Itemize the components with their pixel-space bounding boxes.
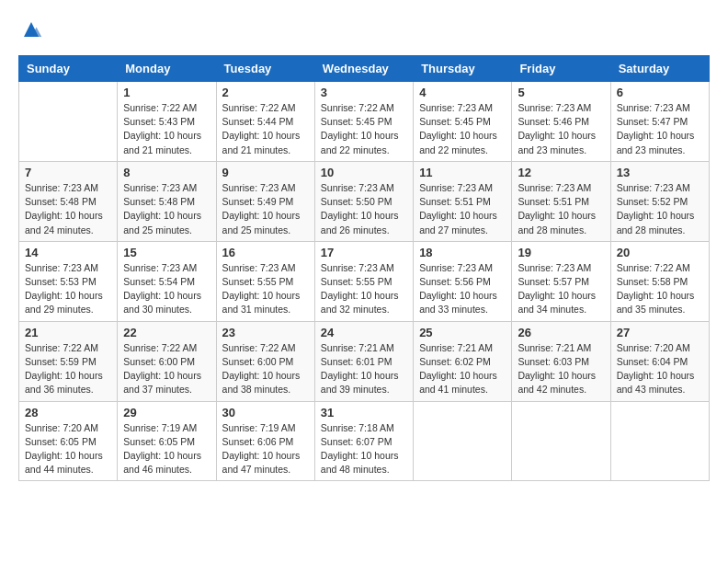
calendar-week-row: 28Sunrise: 7:20 AMSunset: 6:05 PMDayligh…: [19, 401, 710, 481]
calendar-cell: 15Sunrise: 7:23 AMSunset: 5:54 PMDayligh…: [118, 241, 216, 321]
day-info: Sunrise: 7:23 AMSunset: 5:56 PMDaylight:…: [419, 261, 506, 317]
calendar-cell: 11Sunrise: 7:23 AMSunset: 5:51 PMDayligh…: [414, 161, 512, 241]
day-info: Sunrise: 7:23 AMSunset: 5:48 PMDaylight:…: [25, 181, 111, 237]
calendar-cell: 20Sunrise: 7:22 AMSunset: 5:58 PMDayligh…: [610, 241, 709, 321]
calendar-cell: 4Sunrise: 7:23 AMSunset: 5:45 PMDaylight…: [414, 82, 512, 162]
day-info: Sunrise: 7:23 AMSunset: 5:51 PMDaylight:…: [419, 181, 506, 237]
calendar-header-tuesday: Tuesday: [216, 56, 314, 82]
day-number: 10: [321, 166, 407, 179]
calendar-cell: 2Sunrise: 7:22 AMSunset: 5:44 PMDaylight…: [216, 82, 314, 162]
calendar-cell: 23Sunrise: 7:22 AMSunset: 6:00 PMDayligh…: [216, 321, 314, 401]
calendar-cell: 31Sunrise: 7:18 AMSunset: 6:07 PMDayligh…: [314, 401, 413, 481]
calendar-cell: 12Sunrise: 7:23 AMSunset: 5:51 PMDayligh…: [512, 161, 610, 241]
day-number: 20: [617, 246, 703, 259]
calendar-cell: 6Sunrise: 7:23 AMSunset: 5:47 PMDaylight…: [610, 82, 709, 162]
day-info: Sunrise: 7:20 AMSunset: 6:04 PMDaylight:…: [617, 341, 703, 397]
calendar-header-monday: Monday: [118, 56, 216, 82]
day-number: 19: [518, 246, 604, 259]
calendar-week-row: 14Sunrise: 7:23 AMSunset: 5:53 PMDayligh…: [19, 241, 710, 321]
day-info: Sunrise: 7:23 AMSunset: 5:57 PMDaylight:…: [518, 261, 604, 317]
day-number: 8: [123, 166, 210, 179]
page-header: [18, 18, 710, 40]
day-info: Sunrise: 7:19 AMSunset: 6:06 PMDaylight:…: [222, 421, 309, 477]
day-info: Sunrise: 7:19 AMSunset: 6:05 PMDaylight:…: [123, 421, 210, 477]
day-number: 22: [123, 326, 210, 339]
calendar-header-friday: Friday: [512, 56, 610, 82]
day-number: 15: [123, 246, 210, 259]
day-number: 13: [617, 166, 703, 179]
day-info: Sunrise: 7:22 AMSunset: 5:43 PMDaylight:…: [123, 101, 210, 157]
day-info: Sunrise: 7:22 AMSunset: 6:00 PMDaylight:…: [222, 341, 309, 397]
day-number: 12: [518, 166, 604, 179]
calendar-week-row: 1Sunrise: 7:22 AMSunset: 5:43 PMDaylight…: [19, 82, 710, 162]
day-info: Sunrise: 7:21 AMSunset: 6:03 PMDaylight:…: [518, 341, 604, 397]
day-info: Sunrise: 7:23 AMSunset: 5:49 PMDaylight:…: [222, 181, 309, 237]
calendar-cell: 16Sunrise: 7:23 AMSunset: 5:55 PMDayligh…: [216, 241, 314, 321]
calendar-cell: [512, 401, 610, 481]
calendar-header-wednesday: Wednesday: [314, 56, 413, 82]
day-info: Sunrise: 7:23 AMSunset: 5:52 PMDaylight:…: [617, 181, 703, 237]
day-number: 11: [419, 166, 506, 179]
day-number: 1: [123, 86, 210, 99]
day-number: 7: [25, 166, 111, 179]
calendar-cell: 8Sunrise: 7:23 AMSunset: 5:48 PMDaylight…: [118, 161, 216, 241]
day-number: 14: [25, 246, 111, 259]
day-number: 17: [321, 246, 407, 259]
calendar-header-sunday: Sunday: [19, 56, 118, 82]
calendar-cell: [414, 401, 512, 481]
calendar-header-saturday: Saturday: [610, 56, 709, 82]
calendar-week-row: 7Sunrise: 7:23 AMSunset: 5:48 PMDaylight…: [19, 161, 710, 241]
logo-icon: [20, 18, 42, 40]
logo: [18, 18, 42, 40]
day-info: Sunrise: 7:22 AMSunset: 6:00 PMDaylight:…: [123, 341, 210, 397]
calendar-header-row: SundayMondayTuesdayWednesdayThursdayFrid…: [19, 56, 710, 82]
day-info: Sunrise: 7:23 AMSunset: 5:45 PMDaylight:…: [419, 101, 506, 157]
day-number: 2: [222, 86, 309, 99]
calendar-cell: 3Sunrise: 7:22 AMSunset: 5:45 PMDaylight…: [314, 82, 413, 162]
calendar-header-thursday: Thursday: [414, 56, 512, 82]
day-number: 9: [222, 166, 309, 179]
day-info: Sunrise: 7:22 AMSunset: 5:44 PMDaylight:…: [222, 101, 309, 157]
day-info: Sunrise: 7:23 AMSunset: 5:51 PMDaylight:…: [518, 181, 604, 237]
day-number: 3: [321, 86, 407, 99]
calendar-cell: 22Sunrise: 7:22 AMSunset: 6:00 PMDayligh…: [118, 321, 216, 401]
calendar-cell: 10Sunrise: 7:23 AMSunset: 5:50 PMDayligh…: [314, 161, 413, 241]
calendar-cell: 7Sunrise: 7:23 AMSunset: 5:48 PMDaylight…: [19, 161, 118, 241]
calendar-week-row: 21Sunrise: 7:22 AMSunset: 5:59 PMDayligh…: [19, 321, 710, 401]
calendar-cell: 17Sunrise: 7:23 AMSunset: 5:55 PMDayligh…: [314, 241, 413, 321]
calendar-cell: 28Sunrise: 7:20 AMSunset: 6:05 PMDayligh…: [19, 401, 118, 481]
day-info: Sunrise: 7:23 AMSunset: 5:50 PMDaylight:…: [321, 181, 407, 237]
day-info: Sunrise: 7:23 AMSunset: 5:53 PMDaylight:…: [25, 261, 111, 317]
day-number: 31: [321, 406, 407, 419]
calendar-cell: 30Sunrise: 7:19 AMSunset: 6:06 PMDayligh…: [216, 401, 314, 481]
calendar-cell: 25Sunrise: 7:21 AMSunset: 6:02 PMDayligh…: [414, 321, 512, 401]
calendar-table: SundayMondayTuesdayWednesdayThursdayFrid…: [18, 55, 710, 481]
day-number: 27: [617, 326, 703, 339]
calendar-cell: 21Sunrise: 7:22 AMSunset: 5:59 PMDayligh…: [19, 321, 118, 401]
day-info: Sunrise: 7:21 AMSunset: 6:01 PMDaylight:…: [321, 341, 407, 397]
day-info: Sunrise: 7:23 AMSunset: 5:55 PMDaylight:…: [321, 261, 407, 317]
calendar-cell: 14Sunrise: 7:23 AMSunset: 5:53 PMDayligh…: [19, 241, 118, 321]
calendar-cell: [19, 82, 118, 162]
day-info: Sunrise: 7:22 AMSunset: 5:58 PMDaylight:…: [617, 261, 703, 317]
day-number: 26: [518, 326, 604, 339]
calendar-cell: 26Sunrise: 7:21 AMSunset: 6:03 PMDayligh…: [512, 321, 610, 401]
day-number: 16: [222, 246, 309, 259]
day-number: 5: [518, 86, 604, 99]
day-info: Sunrise: 7:23 AMSunset: 5:48 PMDaylight:…: [123, 181, 210, 237]
day-info: Sunrise: 7:20 AMSunset: 6:05 PMDaylight:…: [25, 421, 111, 477]
day-info: Sunrise: 7:23 AMSunset: 5:46 PMDaylight:…: [518, 101, 604, 157]
calendar-cell: [610, 401, 709, 481]
calendar-cell: 29Sunrise: 7:19 AMSunset: 6:05 PMDayligh…: [118, 401, 216, 481]
day-number: 21: [25, 326, 111, 339]
day-number: 6: [617, 86, 703, 99]
calendar-cell: 9Sunrise: 7:23 AMSunset: 5:49 PMDaylight…: [216, 161, 314, 241]
day-number: 25: [419, 326, 506, 339]
day-number: 18: [419, 246, 506, 259]
day-info: Sunrise: 7:23 AMSunset: 5:54 PMDaylight:…: [123, 261, 210, 317]
day-number: 29: [123, 406, 210, 419]
day-info: Sunrise: 7:21 AMSunset: 6:02 PMDaylight:…: [419, 341, 506, 397]
day-info: Sunrise: 7:23 AMSunset: 5:55 PMDaylight:…: [222, 261, 309, 317]
calendar-cell: 27Sunrise: 7:20 AMSunset: 6:04 PMDayligh…: [610, 321, 709, 401]
day-number: 30: [222, 406, 309, 419]
